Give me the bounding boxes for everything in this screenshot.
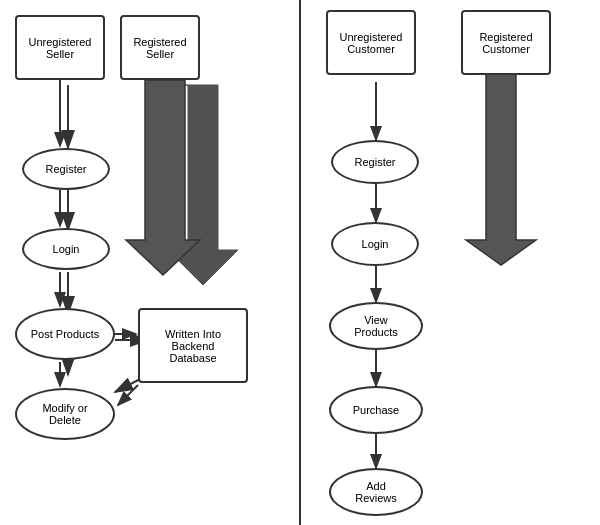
login-label-right: Login — [362, 238, 389, 250]
svg-line-14 — [118, 385, 138, 405]
svg-marker-16 — [126, 80, 200, 275]
register-ellipse-left: Register — [22, 148, 110, 190]
login-ellipse-right: Login — [331, 222, 419, 266]
right-diagram: UnregisteredCustomer RegisteredCustomer … — [301, 0, 600, 525]
purchase-ellipse: Purchase — [329, 386, 423, 434]
unregistered-seller-label: UnregisteredSeller — [29, 36, 92, 60]
purchase-label: Purchase — [353, 404, 399, 416]
modify-delete-ellipse: Modify orDelete — [15, 388, 115, 440]
post-products-label: Post Products — [31, 328, 99, 340]
modify-delete-label: Modify orDelete — [42, 402, 87, 426]
login-ellipse-left: Login — [22, 228, 110, 270]
register-label-left: Register — [46, 163, 87, 175]
diagram-container: UnregisteredSeller RegisteredSeller Regi… — [0, 0, 600, 525]
view-products-ellipse: ViewProducts — [329, 302, 423, 350]
registered-seller-label: RegisteredSeller — [133, 36, 186, 60]
svg-marker-8 — [168, 85, 238, 285]
register-label-right: Register — [355, 156, 396, 168]
add-reviews-label: AddReviews — [355, 480, 397, 504]
view-products-label: ViewProducts — [354, 314, 397, 338]
unregistered-customer-label: UnregisteredCustomer — [340, 31, 403, 55]
written-backend-label: Written IntoBackendDatabase — [165, 328, 221, 364]
register-ellipse-right: Register — [331, 140, 419, 184]
unregistered-customer-box: UnregisteredCustomer — [326, 10, 416, 75]
post-products-ellipse: Post Products — [15, 308, 115, 360]
right-svg-arrows — [301, 0, 600, 525]
registered-customer-box: RegisteredCustomer — [461, 10, 551, 75]
written-backend-box: Written IntoBackendDatabase — [138, 308, 248, 383]
login-label-left: Login — [53, 243, 80, 255]
add-reviews-ellipse: AddReviews — [329, 468, 423, 516]
unregistered-seller-box: UnregisteredSeller — [15, 15, 105, 80]
registered-customer-label: RegisteredCustomer — [479, 31, 532, 55]
left-diagram: UnregisteredSeller RegisteredSeller Regi… — [0, 0, 301, 525]
registered-seller-box: RegisteredSeller — [120, 15, 200, 80]
